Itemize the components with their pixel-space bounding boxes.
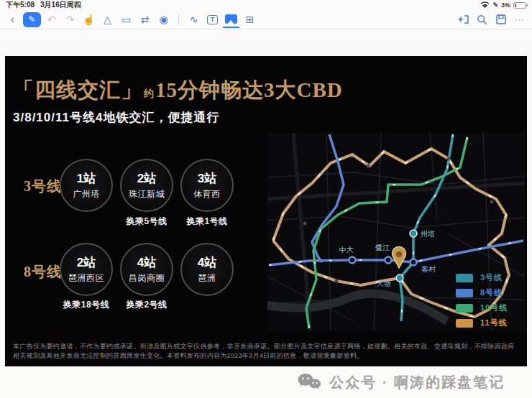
search-button[interactable] [474,11,490,28]
stop-count: 3站 [198,170,216,187]
stop-circle-changgang: 4站 昌岗商圈 [120,243,173,296]
stop-circle-guangzhouta: 1站 广州塔 [60,159,113,212]
station-label-zhouta: 州塔 [421,230,435,238]
station-label-datang: 大塘 [377,279,391,287]
export-icon [458,14,469,24]
stop-count: 4站 [198,254,216,271]
date: 3月16日周四 [40,1,81,9]
legend-row-line3: 3号线 [456,272,508,283]
transfer-note: 换乘5号线 [120,216,173,228]
station-dot-kecun [411,259,417,266]
legend-label-line11: 11号线 [480,318,508,328]
stop-circle-zhujiangxincheng: 2站 珠江新城 [120,159,173,212]
station-label-zhongda: 中大 [339,246,354,254]
pointer-tool-button[interactable]: ☝ [81,11,97,28]
grid-icon: ⊞ [246,14,254,25]
pointer-icon: ☝ [83,14,95,25]
stop-name: 昌岗商圈 [129,272,165,284]
transfer-note: 换乘18号线 [60,299,113,311]
stamp-icon: ◉ [159,14,168,25]
clock: 下午5:08 [6,1,35,9]
triangle-icon: △ [104,14,111,25]
toolbar-divider [178,14,179,25]
stop-name: 珠江新城 [129,188,165,200]
shape-triangle-button[interactable]: △ [99,11,116,28]
undo-button[interactable]: ↶ [43,11,60,28]
status-bar: 下午5:083月16日周四 ✎ 3% [0,0,532,10]
scribble-icon: ∿ [190,14,198,25]
pen-tool-button[interactable]: ✎ [23,12,41,27]
redo-button[interactable]: ↷ [62,11,78,28]
title-main: 15分钟畅达3大CBD [155,78,343,101]
battery-percent: 3% [501,1,510,9]
legal-disclaimer: 本广告仅为要约邀请，不作为要约或承诺。所涉及图片或文字仅供参考，非开发商承诺。部… [13,342,519,361]
title-small: 约 [144,88,154,99]
back-button[interactable]: ‹ [4,11,21,28]
annotation-toolbar: ‹ ✎ ↶ ↷ ☝ △ ▭ ⇄ ◉ ∿ T ⊞ [0,10,532,29]
stamp-tool-button[interactable]: ◉ [155,11,172,28]
stop-circle-pazhou: 4站 琶洲 [180,243,234,296]
more-button[interactable]: ··· [511,11,528,28]
toolbar-left-group: ‹ ✎ ↶ ↷ ☝ △ ▭ ⇄ ◉ ∿ T ⊞ [4,11,258,28]
battery-icon [513,2,526,9]
legend-row-line8: 8号线 [456,287,508,298]
image-tool-button[interactable] [223,11,239,28]
legend-label-line3: 3号线 [480,272,503,283]
line8-label: 8号线 [24,262,62,282]
status-left: 下午5:083月16日周四 [6,0,87,10]
legend-swatch-line10 [456,304,473,313]
shape-rectangle-button[interactable]: ▭ [118,11,134,28]
station-dot-datang [396,274,403,282]
stop-name: 广州塔 [73,188,100,200]
save-icon [496,14,506,24]
line3-label: 3号线 [24,177,62,196]
stop-count: 1站 [77,170,96,187]
station-dot-lujiang [385,257,392,264]
legend-row-line10: 10号线 [456,302,508,313]
legend-swatch-line8 [456,289,473,297]
rectangle-icon: ▭ [121,14,131,25]
transfer-note: 换乘2号线 [120,299,173,311]
transfer-note: 换乘1号线 [180,216,234,228]
legend-row-line11: 11号线 [456,318,508,328]
wechat-icon [296,372,322,392]
undo-icon: ↶ [47,14,56,25]
arrow-tool-button[interactable]: ⇄ [137,11,153,28]
project-location-marker [393,246,406,268]
metro-map: 中大 鹭江 州塔 客村 大塘 3号线 [267,133,525,330]
pencil-status-icon: ✎ [492,1,498,9]
image-icon [225,14,237,24]
stop-circle-pazhouxiqu: 2站 琶洲西区 [60,243,113,296]
station-dot-zhongda [349,257,356,264]
legend-swatch-line3 [456,274,473,282]
redo-icon: ↷ [66,14,75,25]
watermark-text: 公众号 · 啊涛的踩盘笔记 [329,373,505,392]
stop-count: 2站 [137,170,156,187]
document-page[interactable]: 「四线交汇」约15分钟畅达3大CBD 3/8/10/11号线4地铁交汇，便捷通行… [5,56,527,366]
station-dot-zhouta [410,230,417,237]
map-legend: 3号线 8号线 10号线 11号线 [456,272,508,328]
more-icon: ··· [515,15,525,24]
scribble-tool-button[interactable]: ∿ [185,11,202,28]
stop-name: 琶洲西区 [68,272,104,284]
text-box-icon: T [207,15,218,24]
status-right: ✎ 3% [480,1,526,9]
pen-icon: ✎ [28,14,35,24]
stop-name: 琶洲 [198,272,216,284]
watermark-bar: 公众号 · 啊涛的踩盘笔记 [0,366,532,398]
stop-circle-tiyuxi: 3站 体育西 [180,159,234,212]
text-tool-button[interactable]: T [204,11,221,28]
export-button[interactable] [455,11,472,28]
stop-name: 体育西 [193,188,221,200]
search-icon [477,14,487,25]
grid-tool-button[interactable]: ⊞ [242,11,258,28]
title-prefix: 「四线交汇」 [13,78,142,101]
slide-subtitle: 3/8/10/11号线4地铁交汇，便捷通行 [13,109,219,126]
station-label-lujiang: 鹭江 [375,244,390,251]
save-button[interactable] [492,11,509,28]
toolbar-right-group: ··· [455,11,528,28]
legend-label-line8: 8号线 [480,287,503,298]
stop-count: 4站 [137,254,156,271]
slide-title: 「四线交汇」约15分钟畅达3大CBD [13,76,343,105]
wifi-icon [480,1,490,9]
